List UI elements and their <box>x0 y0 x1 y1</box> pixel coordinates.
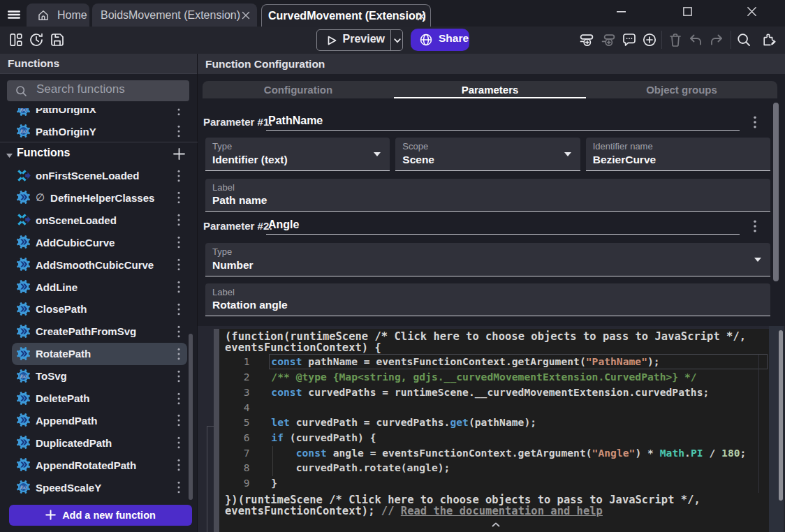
toolbar: Preview Share <box>0 27 785 54</box>
search-functions[interactable]: Search functions <box>7 80 189 101</box>
fn-ToSvg[interactable]: f(x)ToSvg <box>0 365 198 387</box>
field-identifier[interactable]: Identifier nameBezierCurve <box>586 138 770 172</box>
svg-text:f(x): f(x) <box>20 485 27 490</box>
fn-AppendRotatedPath[interactable]: AppendRotatedPath <box>0 454 198 476</box>
tb-redo <box>709 32 724 47</box>
functions-header: Functions <box>0 54 197 74</box>
field-label1[interactable]: LabelPath name <box>205 179 770 212</box>
field-scope[interactable]: ScopeScene <box>395 138 580 172</box>
tab-home[interactable]: Home <box>27 3 89 27</box>
win-max <box>683 7 692 16</box>
tb-trash <box>668 32 683 47</box>
gdevelop-app: Home BoidsMovement (Extension) CurvedMov… <box>0 0 785 532</box>
tab-boids[interactable]: BoidsMovement (Extension) <box>92 3 257 27</box>
param2-row: Parameter #2: Angle <box>198 218 785 235</box>
tab-objectgroups[interactable]: Object groups <box>586 81 777 98</box>
js-code-event[interactable]: (function(runtimeScene /* Click here to … <box>219 329 770 532</box>
tb-search <box>736 32 751 47</box>
fn-PathOriginX[interactable]: f(x)PathOriginX <box>0 108 198 121</box>
fn-AddLine[interactable]: AddLine <box>0 276 198 298</box>
events-sheet: (function(runtimeScene /* Click here to … <box>198 326 785 532</box>
fn-onSceneLoaded[interactable]: onSceneLoaded <box>0 209 198 231</box>
config-header: Function Configuration <box>198 54 785 74</box>
fn-ClosePath[interactable]: ClosePath <box>0 298 198 320</box>
field-type1[interactable]: TypeIdentifier (text) <box>205 138 390 172</box>
titlebar: Home BoidsMovement (Extension) CurvedMov… <box>0 0 785 27</box>
fn-AppendPath[interactable]: AppendPath <box>0 409 198 431</box>
fn-DefineHelperClasses[interactable]: ∅DefineHelperClasses <box>0 186 198 209</box>
config-tabs: Configuration Parameters Object groups <box>203 81 777 98</box>
fn-AddCubicCurve[interactable]: AddCubicCurve <box>0 231 198 253</box>
tb-history <box>29 32 44 47</box>
functions-section: Functions <box>0 142 198 165</box>
fn-DeletePath[interactable]: DeletePath <box>0 387 198 410</box>
tb-comment <box>622 32 637 47</box>
tab-configuration[interactable]: Configuration <box>203 81 394 98</box>
tb-wand <box>761 32 777 47</box>
fn-onFirstSceneLoaded[interactable]: onFirstSceneLoaded <box>0 165 198 187</box>
tb-addsub <box>601 32 616 47</box>
tb-save <box>50 32 65 47</box>
btn-preview[interactable]: Preview <box>316 29 403 51</box>
tb-addevent <box>579 32 594 47</box>
field-label2[interactable]: LabelRotation angle <box>205 283 770 316</box>
tb-undo <box>688 32 703 47</box>
svg-text:f(x): f(x) <box>20 374 27 379</box>
btn-add-function[interactable]: Add a new function <box>9 505 192 526</box>
tab-parameters[interactable]: Parameters <box>394 81 586 98</box>
field-type2[interactable]: TypeNumber <box>205 243 770 277</box>
param1-row: Parameter #1: PathName <box>198 114 785 131</box>
functions-panel: Functions Search functions f(x)PathOrigi… <box>0 54 198 532</box>
add-function-plus[interactable] <box>173 147 186 161</box>
win-close <box>747 7 756 16</box>
win-min <box>617 11 626 13</box>
tb-addcircle <box>642 32 657 47</box>
fn-DuplicatedPath[interactable]: DuplicatedPath <box>0 431 198 454</box>
btn-share[interactable]: Share <box>411 29 469 51</box>
fn-CreatePathFromSvg[interactable]: CreatePathFromSvg <box>0 320 198 343</box>
fn-AddSmoothCubicCurve[interactable]: AddSmoothCubicCurve <box>0 253 198 276</box>
functions-list: f(x)PathOriginXf(x)PathOriginYonFirstSce… <box>0 108 198 505</box>
tb-panels <box>8 32 24 47</box>
fn-SpeedScaleY[interactable]: f(x)SpeedScaleY <box>0 476 198 498</box>
fn-PathOriginY[interactable]: f(x)PathOriginY <box>0 120 198 142</box>
svg-text:f(x): f(x) <box>20 128 27 134</box>
tab-curved[interactable]: CurvedMovement (Extension) <box>261 4 431 27</box>
fn-RotatePath[interactable]: RotatePath <box>0 343 198 365</box>
